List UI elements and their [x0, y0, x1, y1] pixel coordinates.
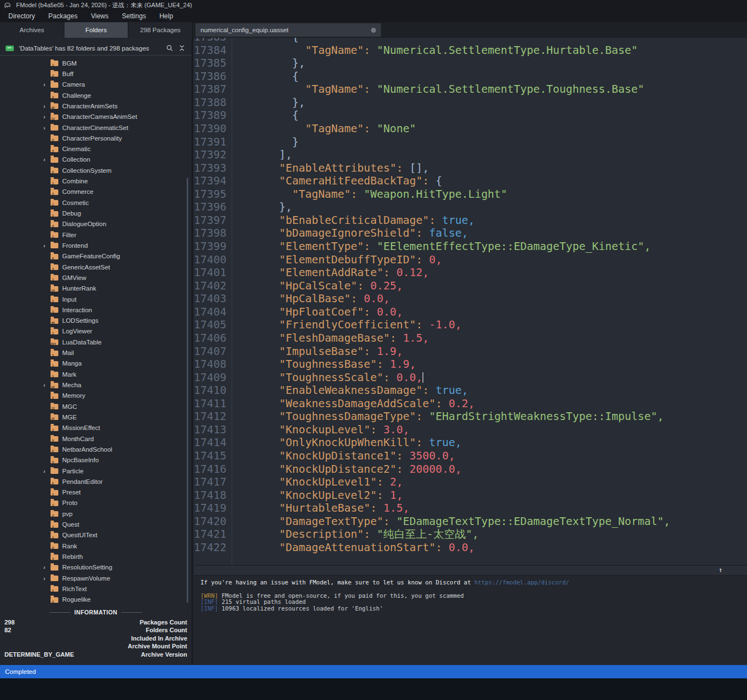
menu-help[interactable]: Help	[153, 10, 180, 22]
tree-item-dialogueoption[interactable]: 3DialogueOption	[0, 219, 186, 229]
tree-item-camera[interactable]: ›Camera	[0, 79, 186, 90]
tree-item-challenge[interactable]: 2Challenge	[0, 90, 186, 101]
code-line-17412[interactable]: 17412 "ToughnessDamageType": "EHardStrig…	[194, 410, 747, 423]
tree-item-debug[interactable]: 1Debug	[0, 208, 186, 218]
code-line-17418[interactable]: 17418 "KnockUpLevel2": 1,	[194, 489, 747, 502]
menu-views[interactable]: Views	[84, 10, 116, 22]
code-line-17386[interactable]: 17386 {	[194, 70, 747, 83]
code-line-17387[interactable]: 17387 "TagName": "Numerical.SettlementTy…	[194, 83, 747, 96]
tree-item-resolutionsetting[interactable]: ›ResolutionSetting	[0, 562, 186, 573]
tree-item-netbarandschool[interactable]: 5NetbarAndSchool	[0, 444, 186, 454]
tree-item-characterpersonality[interactable]: 5CharacterPersonality	[0, 133, 186, 143]
code-line-17400[interactable]: 17400 "ElementDebuffTypeID": 0,	[194, 253, 747, 267]
code-line-17403[interactable]: 17403 "HpCalBase": 0.0,	[194, 292, 747, 306]
tree-item-frontend[interactable]: ›Frontend	[0, 240, 186, 251]
tree-item-mecha[interactable]: ›20Mecha	[0, 379, 186, 390]
code-line-17389[interactable]: 17389 {	[194, 109, 747, 122]
chevron-right-icon[interactable]: ›	[43, 81, 51, 88]
code-editor[interactable]: 17383 {17384 "TagName": "Numerical.Settl…	[194, 38, 747, 565]
tree-item-quest[interactable]: 1Quest	[0, 519, 186, 529]
tree-item-manga[interactable]: 1Manga	[0, 358, 186, 369]
code-line-17383[interactable]: 17383 {	[194, 38, 747, 44]
tree-item-monthcard[interactable]: 5MonthCard	[0, 433, 186, 444]
tab-close-dot-icon[interactable]	[371, 28, 376, 33]
collapse-all-icon[interactable]	[179, 44, 185, 52]
tree-item-cosmetic[interactable]: 1Cosmetic	[0, 197, 186, 208]
tree-item-memory[interactable]: 5Memory	[0, 391, 186, 401]
tree-item-collectionsystem[interactable]: 5CollectionSystem	[0, 165, 186, 176]
code-line-17392[interactable]: 17392 ],	[194, 148, 747, 162]
tree-item-characteranimsets[interactable]: ›45CharacterAnimSets	[0, 101, 186, 111]
chevron-right-icon[interactable]: ›	[43, 564, 51, 571]
tree-item-genericassetset[interactable]: 4GenericAssetSet	[0, 262, 186, 272]
tree-item-mail[interactable]: 1Mail	[0, 347, 186, 358]
chevron-right-icon[interactable]: ›	[43, 103, 51, 109]
code-line-17384[interactable]: 17384 "TagName": "Numerical.SettlementTy…	[194, 44, 747, 57]
code-line-17395[interactable]: 17395 "TagName": "Weapon.HitType.Light"	[194, 188, 747, 201]
code-line-17419[interactable]: 17419 "HurtableBase": 1.5,	[194, 502, 747, 515]
code-line-17396[interactable]: 17396 },	[194, 201, 747, 214]
code-line-17388[interactable]: 17388 },	[194, 96, 747, 109]
tree-item-gmview[interactable]: 1GMView	[0, 272, 186, 283]
tree-item-questuitext[interactable]: 1QuestUIText	[0, 530, 186, 541]
tree-item-charactercameraanimset[interactable]: ›12CharacterCameraAnimSet	[0, 112, 186, 122]
tree-item-gamefeatureconfig[interactable]: 6GameFeatureConfig	[0, 251, 186, 262]
code-line-17405[interactable]: 17405 "FriendlyCoefficient": -1.0,	[194, 318, 747, 332]
tree-item-charactercinematicset[interactable]: ›CharacterCinematicSet	[0, 122, 186, 133]
tree-item-collection[interactable]: ›Collection	[0, 154, 186, 165]
code-line-17390[interactable]: 17390 "TagName": "None"	[194, 122, 747, 136]
chevron-right-icon[interactable]: ›	[43, 156, 51, 163]
tree-item-lodsettings[interactable]: 49LODSettings	[0, 316, 186, 326]
code-line-17413[interactable]: 17413 "KnockupLevel": 3.0,	[194, 423, 747, 437]
code-line-17410[interactable]: 17410 "EnableWeaknessDamage": true,	[194, 384, 747, 397]
tree-item-filter[interactable]: 1Filter	[0, 229, 186, 240]
menu-settings[interactable]: Settings	[116, 10, 153, 22]
tree-item-cinematic[interactable]: 5Cinematic	[0, 144, 186, 154]
tree-item-mge[interactable]: 47MGE	[0, 412, 186, 422]
code-line-17415[interactable]: 17415 "KnockUpDistance1": 3500.0,	[194, 449, 747, 463]
tree-item-richtext[interactable]: 1RichText	[0, 583, 186, 594]
chevron-right-icon[interactable]: ›	[43, 242, 51, 249]
search-icon[interactable]	[166, 44, 173, 52]
code-line-17401[interactable]: 17401 "ElementAddRate": 0.12,	[194, 266, 747, 279]
code-line-17393[interactable]: 17393 "EnableAttributes": [],	[194, 162, 747, 175]
tree-item-respawnvolume[interactable]: ›RespawnVolume	[0, 573, 186, 583]
code-line-17408[interactable]: 17408 "ToughnessBase": 1.9,	[194, 358, 747, 371]
menu-directory[interactable]: Directory	[2, 10, 42, 22]
code-line-17421[interactable]: 17421 "Description": "纯白至上-太空战",	[194, 528, 747, 541]
code-line-17402[interactable]: 17402 "HpCalScale": 0.25,	[194, 279, 747, 293]
code-line-17385[interactable]: 17385 },	[194, 57, 747, 70]
chevron-right-icon[interactable]: ›	[43, 113, 51, 120]
code-line-17397[interactable]: 17397 "bEnableCriticalDamage": true,	[194, 214, 747, 227]
tree-item-particle[interactable]: ›Particle	[0, 466, 186, 476]
tree-item-npcbaseinfo[interactable]: 5NpcBaseInfo	[0, 455, 186, 466]
tab-folders[interactable]: Folders	[64, 22, 129, 38]
code-line-17391[interactable]: 17391 }	[194, 136, 747, 149]
sidebar-scrollbar[interactable]	[187, 178, 188, 603]
tree-item-hunterrank[interactable]: 14HunterRank	[0, 283, 186, 294]
tree-item-rebirth[interactable]: 4Rebirth	[0, 551, 186, 562]
tree-item-logviewer[interactable]: 1LogViewer	[0, 326, 186, 337]
code-line-17394[interactable]: 17394 "CameraHitFeedBackTag": {	[194, 174, 747, 188]
code-line-17406[interactable]: 17406 "FleshDamageBase": 1.5,	[194, 332, 747, 345]
tree-item-pendanteditor[interactable]: 5PendantEditor	[0, 476, 186, 487]
code-line-17414[interactable]: 17414 "OnlyKnockUpWhenKill": true,	[194, 436, 747, 449]
scroll-top-icon[interactable]: ↑	[719, 566, 723, 574]
code-line-17416[interactable]: 17416 "KnockUpDistance2": 20000.0,	[194, 463, 747, 476]
tree-item-rank[interactable]: 6Rank	[0, 541, 186, 551]
code-line-17411[interactable]: 17411 "WeaknessDamageAddScale": 0.2,	[194, 397, 747, 411]
tree-item-proto[interactable]: 1Proto	[0, 498, 186, 508]
tree-item-roguelike[interactable]: 2Roguelike	[0, 594, 186, 605]
tree-item-luadatatable[interactable]: 204LuaDataTable	[0, 337, 186, 347]
tree-item-commerce[interactable]: 2Commerce	[0, 187, 186, 197]
code-line-17398[interactable]: 17398 "bDamageIgnoreShield": false,	[194, 227, 747, 240]
menu-packages[interactable]: Packages	[42, 10, 84, 22]
code-line-17417[interactable]: 17417 "KnockUpLevel1": 2,	[194, 476, 747, 489]
tree-item-pvp[interactable]: 2pvp	[0, 508, 186, 519]
document-tab[interactable]: numerical_config_equip.uasset	[195, 23, 381, 37]
code-line-17420[interactable]: 17420 "DamageTextType": "EDamageTextType…	[194, 515, 747, 528]
tree-item-bgm[interactable]: 1BGM	[0, 58, 186, 68]
chevron-right-icon[interactable]: ›	[43, 382, 51, 388]
chevron-right-icon[interactable]: ›	[43, 124, 51, 131]
tree-item-interaction[interactable]: 1Interaction	[0, 304, 186, 315]
